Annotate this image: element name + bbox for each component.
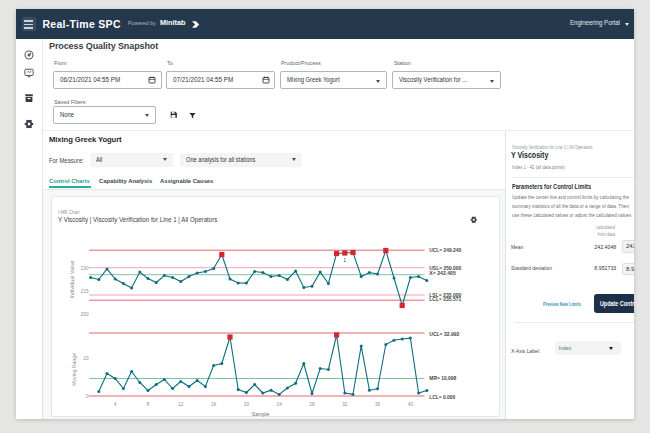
svg-text:12: 12 bbox=[179, 401, 185, 406]
svg-text:20: 20 bbox=[84, 356, 90, 361]
svg-text:8: 8 bbox=[147, 401, 150, 406]
svg-text:MR= 10.098: MR= 10.098 bbox=[430, 374, 457, 380]
svg-text:28: 28 bbox=[310, 401, 316, 406]
svg-text:4: 4 bbox=[114, 401, 117, 406]
svg-text:40: 40 bbox=[408, 401, 414, 406]
svg-text:Moving Range: Moving Range bbox=[72, 352, 77, 385]
svg-text:UCL= 249.240: UCL= 249.240 bbox=[430, 247, 462, 253]
svg-text:24: 24 bbox=[277, 401, 283, 406]
svg-text:LCL= 235.571: LCL= 235.571 bbox=[430, 296, 462, 302]
svg-text:1: 1 bbox=[344, 258, 347, 263]
svg-text:0: 0 bbox=[86, 393, 89, 398]
svg-text:Sample: Sample bbox=[252, 410, 270, 416]
svg-text:Individual Value: Individual Value bbox=[70, 260, 75, 298]
svg-text:LCL= 0.000: LCL= 0.000 bbox=[430, 394, 456, 400]
svg-text:200: 200 bbox=[81, 312, 89, 317]
svg-text:36: 36 bbox=[375, 401, 381, 406]
svg-text:215: 215 bbox=[81, 289, 89, 294]
svg-text:UCL= 32.992: UCL= 32.992 bbox=[430, 330, 460, 336]
svg-text:32: 32 bbox=[343, 401, 349, 406]
svg-text:20: 20 bbox=[244, 401, 250, 406]
svg-text:16: 16 bbox=[211, 401, 217, 406]
svg-text:X= 242.405: X= 242.405 bbox=[430, 270, 457, 276]
svg-text:230: 230 bbox=[81, 266, 89, 271]
